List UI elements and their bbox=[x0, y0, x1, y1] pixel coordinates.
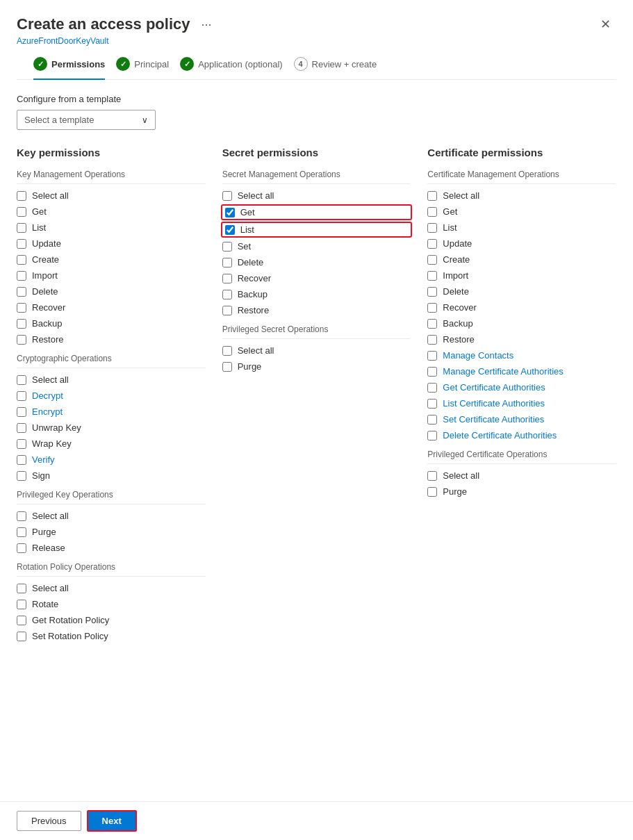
sec-get-checkbox[interactable] bbox=[225, 208, 235, 217]
cert-list-ca-item: List Certificate Authorities bbox=[427, 397, 616, 409]
cert-delete-label: Delete bbox=[443, 286, 469, 297]
cert-set-ca-checkbox[interactable] bbox=[427, 415, 437, 425]
rot-set-policy-checkbox[interactable] bbox=[17, 632, 26, 641]
sec-list-checkbox[interactable] bbox=[225, 225, 235, 235]
crypto-sign-checkbox[interactable] bbox=[17, 471, 26, 481]
priv-key-release-checkbox[interactable] bbox=[17, 543, 26, 553]
key-list-checkbox[interactable] bbox=[17, 223, 26, 233]
sec-restore-item: Restore bbox=[222, 304, 411, 316]
rot-rotate-item: Rotate bbox=[17, 598, 206, 610]
sec-recover-checkbox[interactable] bbox=[222, 274, 232, 283]
tab-permissions[interactable]: ✓ Permissions bbox=[33, 57, 116, 79]
sec-delete-item: Delete bbox=[222, 256, 411, 268]
priv-sec-select-all-checkbox[interactable] bbox=[222, 346, 232, 356]
key-recover-item: Recover bbox=[17, 302, 206, 313]
crypto-encrypt-checkbox[interactable] bbox=[17, 407, 26, 417]
cert-recover-checkbox[interactable] bbox=[427, 303, 437, 313]
sec-recover-item: Recover bbox=[222, 272, 411, 284]
crypto-verify-item: Verify bbox=[17, 454, 206, 466]
crypto-section-header: Cryptographic Operations bbox=[17, 354, 206, 363]
priv-key-purge-checkbox[interactable] bbox=[17, 527, 26, 537]
rot-get-policy-checkbox[interactable] bbox=[17, 616, 26, 625]
crypto-select-all-label: Select all bbox=[32, 374, 69, 385]
key-permissions-column: Key permissions Key Management Operation… bbox=[17, 147, 206, 646]
crypto-verify-checkbox[interactable] bbox=[17, 455, 26, 465]
key-get-item: Get bbox=[17, 206, 206, 217]
priv-key-select-all-checkbox[interactable] bbox=[17, 511, 26, 521]
priv-sec-purge-label: Purge bbox=[238, 361, 262, 372]
cert-list-ca-checkbox[interactable] bbox=[427, 399, 437, 409]
cert-get-ca-checkbox[interactable] bbox=[427, 383, 437, 393]
cert-create-item: Create bbox=[427, 254, 616, 265]
sec-backup-checkbox[interactable] bbox=[222, 290, 232, 299]
key-select-all-label: Select all bbox=[32, 190, 69, 201]
crypto-wrap-checkbox[interactable] bbox=[17, 439, 26, 449]
tab-review[interactable]: 4 Review + create bbox=[294, 57, 388, 79]
cert-import-checkbox[interactable] bbox=[427, 271, 437, 281]
previous-button[interactable]: Previous bbox=[17, 811, 81, 831]
key-update-checkbox[interactable] bbox=[17, 239, 26, 249]
cert-delete-checkbox[interactable] bbox=[427, 287, 437, 297]
sec-set-checkbox[interactable] bbox=[222, 242, 232, 252]
key-recover-checkbox[interactable] bbox=[17, 303, 26, 313]
crypto-decrypt-item: Decrypt bbox=[17, 390, 206, 402]
next-button[interactable]: Next bbox=[87, 810, 137, 832]
key-get-checkbox[interactable] bbox=[17, 207, 26, 217]
crypto-sign-label: Sign bbox=[32, 470, 50, 481]
sec-backup-item: Backup bbox=[222, 288, 411, 300]
key-backup-checkbox[interactable] bbox=[17, 319, 26, 329]
cert-list-checkbox[interactable] bbox=[427, 223, 437, 233]
rot-rotate-checkbox[interactable] bbox=[17, 600, 26, 609]
sec-delete-checkbox[interactable] bbox=[222, 258, 232, 267]
template-select-dropdown[interactable]: Select a template ∨ bbox=[17, 110, 156, 130]
key-update-item: Update bbox=[17, 238, 206, 249]
cert-list-item: List bbox=[427, 222, 616, 233]
cert-select-all-checkbox[interactable] bbox=[427, 191, 437, 201]
crypto-decrypt-checkbox[interactable] bbox=[17, 391, 26, 401]
sec-restore-checkbox[interactable] bbox=[222, 306, 232, 315]
sec-delete-label: Delete bbox=[238, 257, 264, 267]
cert-manage-ca-checkbox[interactable] bbox=[427, 367, 437, 377]
crypto-select-all-item: Select all bbox=[17, 374, 206, 386]
cert-restore-checkbox[interactable] bbox=[427, 335, 437, 345]
priv-sec-select-all-item: Select all bbox=[222, 345, 411, 356]
key-delete-checkbox[interactable] bbox=[17, 287, 26, 297]
cert-manage-ca-label: Manage Certificate Authorities bbox=[443, 366, 563, 377]
priv-sec-purge-checkbox[interactable] bbox=[222, 362, 232, 372]
dialog-title: Create an access policy bbox=[17, 15, 190, 33]
priv-key-select-all-label: Select all bbox=[32, 511, 69, 521]
cert-get-item: Get bbox=[427, 206, 616, 217]
priv-cert-purge-checkbox[interactable] bbox=[427, 487, 437, 497]
tab-principal[interactable]: ✓ Principal bbox=[116, 57, 180, 79]
cert-update-checkbox[interactable] bbox=[427, 239, 437, 249]
tab-application[interactable]: ✓ Application (optional) bbox=[180, 57, 293, 79]
cert-backup-checkbox[interactable] bbox=[427, 319, 437, 329]
more-options-icon[interactable]: ··· bbox=[201, 17, 211, 32]
key-create-checkbox[interactable] bbox=[17, 255, 26, 265]
cert-delete-ca-item: Delete Certificate Authorities bbox=[427, 429, 616, 441]
crypto-select-all-checkbox[interactable] bbox=[17, 375, 26, 385]
priv-cert-select-all-checkbox[interactable] bbox=[427, 471, 437, 481]
rot-select-all-checkbox[interactable] bbox=[17, 584, 26, 593]
sec-recover-label: Recover bbox=[238, 273, 271, 283]
key-restore-checkbox[interactable] bbox=[17, 335, 26, 345]
tab-principal-label: Principal bbox=[134, 59, 169, 69]
cert-update-item: Update bbox=[427, 238, 616, 249]
cert-get-ca-item: Get Certificate Authorities bbox=[427, 381, 616, 393]
cert-create-checkbox[interactable] bbox=[427, 255, 437, 265]
crypto-unwrap-checkbox[interactable] bbox=[17, 423, 26, 433]
sec-select-all-checkbox[interactable] bbox=[222, 191, 232, 201]
cert-delete-ca-label: Delete Certificate Authorities bbox=[443, 430, 557, 440]
cert-manage-ca-item: Manage Certificate Authorities bbox=[427, 365, 616, 377]
key-import-checkbox[interactable] bbox=[17, 271, 26, 281]
cert-manage-contacts-checkbox[interactable] bbox=[427, 351, 437, 361]
cert-get-checkbox[interactable] bbox=[427, 207, 437, 217]
cert-delete-ca-checkbox[interactable] bbox=[427, 431, 437, 440]
rot-get-policy-label: Get Rotation Policy bbox=[32, 615, 109, 625]
close-button[interactable]: ✕ bbox=[595, 14, 616, 35]
key-select-all-checkbox[interactable] bbox=[17, 191, 26, 201]
sec-list-item: List bbox=[222, 223, 411, 236]
cert-permissions-header: Certificate permissions bbox=[427, 147, 616, 158]
dialog-subtitle: AzureFrontDoorKeyVault bbox=[17, 36, 616, 46]
cert-restore-label: Restore bbox=[443, 334, 475, 345]
